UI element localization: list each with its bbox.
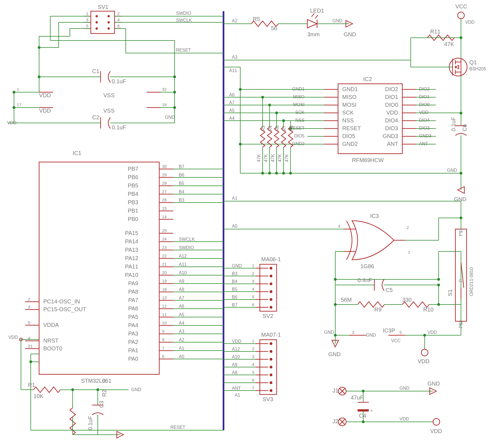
svg-text:A2: A2 <box>179 337 184 342</box>
svg-text:47K: 47K <box>256 154 261 162</box>
svg-text:47uF: 47uF <box>351 394 363 401</box>
svg-point-4 <box>108 15 110 17</box>
svg-text:GND: GND <box>324 330 334 335</box>
svg-point-350 <box>270 298 272 301</box>
sv2-header: MA06-11GND2B33B44B55B66B7SV2 <box>224 256 281 319</box>
svg-point-76 <box>71 388 74 391</box>
svg-text:PA5: PA5 <box>128 314 138 320</box>
svg-text:14: 14 <box>162 214 167 219</box>
svg-text:5: 5 <box>86 23 88 28</box>
svg-text:27: 27 <box>162 189 167 194</box>
svg-text:DIO1: DIO1 <box>419 94 429 99</box>
svg-text:SCK: SCK <box>342 110 354 116</box>
svg-text:A5: A5 <box>229 108 235 113</box>
c2-capacitor: C2 0.1uF <box>8 114 175 130</box>
svg-text:NRST: NRST <box>43 337 58 344</box>
svg-text:B7: B7 <box>179 164 184 169</box>
svg-text:A9: A9 <box>232 362 237 367</box>
svg-text:1: 1 <box>408 250 410 255</box>
svg-text:B4: B4 <box>232 279 237 284</box>
pulldown-resistors: R347KR447KR647KR747KR847K <box>256 97 294 175</box>
svg-text:2: 2 <box>252 346 254 351</box>
svg-text:PB4: PB4 <box>128 191 138 197</box>
svg-text:PB0: PB0 <box>128 216 138 222</box>
svg-text:Q1: Q1 <box>469 59 477 65</box>
svg-text:GND3: GND3 <box>419 134 432 138</box>
svg-text:VDD: VDD <box>465 20 475 25</box>
svg-text:MISO: MISO <box>342 94 356 100</box>
svg-text:DIO5: DIO5 <box>294 134 305 138</box>
svg-text:3: 3 <box>28 305 30 309</box>
svg-text:PA13: PA13 <box>125 247 138 253</box>
svg-text:R4: R4 <box>268 125 273 131</box>
svg-rect-329 <box>260 264 277 311</box>
svg-point-392 <box>270 389 272 392</box>
svg-text:1G86: 1G86 <box>360 263 374 269</box>
svg-text:GND: GND <box>400 386 410 391</box>
svg-line-260 <box>461 263 464 288</box>
svg-text:MA07-1: MA07-1 <box>261 332 281 338</box>
svg-text:RFM69HCW: RFM69HCW <box>352 157 384 163</box>
svg-text:0: 0 <box>101 380 107 383</box>
svg-point-335 <box>270 275 272 277</box>
svg-text:GND: GND <box>344 31 356 37</box>
svg-text:1: 1 <box>86 11 88 16</box>
svg-point-430 <box>38 46 41 49</box>
svg-text:LED1: LED1 <box>310 8 324 14</box>
svg-text:A5: A5 <box>179 312 184 317</box>
svg-text:BSH205: BSH205 <box>469 66 486 71</box>
svg-text:PB5: PB5 <box>128 182 138 189</box>
svg-text:PA4: PA4 <box>128 322 138 328</box>
svg-text:0.1uF: 0.1uF <box>450 117 457 131</box>
svg-text:4: 4 <box>28 336 30 341</box>
svg-point-321 <box>362 390 365 393</box>
svg-text:SWDIO: SWDIO <box>179 245 194 250</box>
svg-text:GND: GND <box>328 351 341 357</box>
svg-text:R7: R7 <box>282 125 287 131</box>
c5-capacitor <box>374 279 384 291</box>
svg-text:PB7: PB7 <box>128 166 138 172</box>
svg-text:DIO3: DIO3 <box>385 125 398 131</box>
svg-text:GND: GND <box>366 333 376 337</box>
svg-text:A3: A3 <box>232 55 237 60</box>
svg-text:VDD: VDD <box>232 339 241 344</box>
svg-text:VDDA: VDDA <box>43 322 59 328</box>
sv3-header: MA07-11VDD2A123A104A95A867ANTSV3A1 <box>224 332 281 402</box>
svg-text:15: 15 <box>162 206 167 211</box>
svg-text:11: 11 <box>162 312 167 317</box>
svg-point-54 <box>173 106 176 109</box>
svg-text:C5: C5 <box>386 287 393 293</box>
svg-point-388 <box>270 381 272 384</box>
svg-text:6: 6 <box>117 23 120 28</box>
c4-capacitor: + 47uF C4 <box>351 390 373 423</box>
svg-text:28: 28 <box>162 181 167 185</box>
svg-text:DIO0: DIO0 <box>419 102 429 107</box>
svg-text:PC14-OSC_IN: PC14-OSC_IN <box>43 298 80 305</box>
svg-text:GND3: GND3 <box>382 133 398 139</box>
svg-text:A11: A11 <box>229 68 237 73</box>
svg-text:B6: B6 <box>232 295 237 299</box>
svg-text:GND: GND <box>165 115 175 120</box>
svg-text:PA11: PA11 <box>125 263 138 270</box>
svg-text:21: 21 <box>162 262 167 267</box>
svg-point-401 <box>460 217 462 219</box>
svg-text:A0: A0 <box>232 224 237 229</box>
power-block: C1 0.1uF C2 0.1uF 1 17 32 16 VDD VDD <box>7 68 176 130</box>
svg-text:4: 4 <box>252 362 254 367</box>
svg-text:24: 24 <box>162 237 167 241</box>
svg-text:RESET: RESET <box>342 125 361 131</box>
svg-point-373 <box>270 358 272 361</box>
svg-text:4: 4 <box>252 287 254 291</box>
svg-point-176 <box>458 12 464 19</box>
svg-text:47K: 47K <box>444 41 454 47</box>
svg-text:A4: A4 <box>229 116 235 121</box>
svg-point-51 <box>13 91 15 94</box>
svg-point-325 <box>433 418 440 425</box>
svg-text:0.1uF: 0.1uF <box>112 124 126 130</box>
svg-text:R6: R6 <box>275 125 280 131</box>
j1-pad: J1 <box>332 387 346 395</box>
svg-point-284 <box>437 303 440 306</box>
svg-point-3 <box>96 15 98 17</box>
svg-text:47K: 47K <box>284 154 289 162</box>
svg-text:C1: C1 <box>92 68 99 74</box>
